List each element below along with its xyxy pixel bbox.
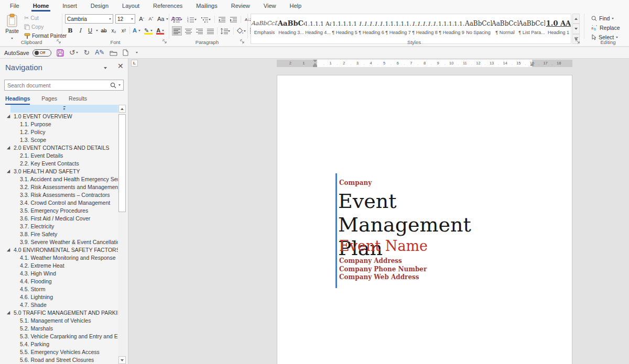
nav-heading-item[interactable]: 3.4. Crowd Control and Management [0,199,118,207]
numbering-button[interactable]: 123 [186,15,198,24]
nav-heading-item[interactable]: 5.3. Vehicle Carparking and Entry and Ex… [0,333,118,340]
replace-button[interactable]: ab Replace [591,24,620,32]
search-icon[interactable] [110,82,116,89]
font-color-button[interactable]: A [155,26,165,35]
bold-button[interactable]: B [66,26,74,35]
undo-button[interactable]: ↺ [69,49,79,56]
nav-heading-item[interactable]: 5.1. Management of Vehicles [0,317,118,325]
styles-dialog-launcher[interactable] [576,39,581,45]
navigation-options-icon[interactable] [104,67,107,69]
ribbon-tab-insert[interactable]: Insert [56,1,84,12]
qat-overflow-icon[interactable] [136,52,138,53]
hanging-indent-marker[interactable] [313,63,317,67]
strikethrough-button[interactable]: ab [100,26,108,35]
nav-heading-item[interactable]: 4.0 ENVIRONMENTAL SAFETY FACTORS [0,246,118,254]
styles-scroll-up-button[interactable] [572,14,580,24]
search-options-icon[interactable] [118,84,121,86]
decrease-indent-button[interactable] [218,15,226,24]
nav-heading-item[interactable]: 4.3. High Wind [0,270,118,278]
shrink-font-button[interactable]: Aˇ [147,14,155,24]
style--list-para-[interactable]: AaBbCcI¶ List Para... [518,14,545,43]
italic-button[interactable]: I [76,26,84,35]
nav-heading-item[interactable]: 4.7. Shade [0,301,118,309]
scroll-down-icon[interactable] [118,356,126,364]
style-emphasis[interactable]: AaBbCcDcEmphasis [251,14,278,43]
highlight-color-button[interactable]: ✎ [143,26,154,35]
undo-dropdown-icon[interactable] [76,52,78,53]
company-contact-block[interactable]: Company AddressCompany Phone NumberCompa… [339,257,427,282]
nav-heading-item[interactable]: 3.2. Risk Assessments and Management [0,183,118,191]
nav-heading-item[interactable]: 1.2. Policy [0,128,118,136]
multilevel-list-button[interactable] [200,15,212,24]
style-heading-4-[interactable]: 1.1.1.1 AaHeading 4... [305,14,331,43]
style-no-spacing[interactable]: AaBbCcDcNo Spacing [465,14,492,43]
nav-heading-item[interactable]: 4.5. Storm [0,285,118,293]
ribbon-tab-review[interactable]: Review [224,1,257,12]
new-document-button[interactable] [123,49,128,56]
font-name-combobox[interactable]: Cambria [65,14,113,24]
editor-pen-button[interactable]: A✎ [95,49,104,56]
nav-heading-item[interactable]: 3.0 HEALTH AND SAFETY [0,168,118,175]
nav-tab-results[interactable]: Results [69,95,87,105]
subscript-button[interactable]: x₂ [110,26,118,35]
style-heading-1[interactable]: 1.0 AAHeading 1 [545,14,571,43]
paragraph-dialog-launcher[interactable] [240,39,245,45]
redo-button[interactable]: ↻ [83,49,90,56]
collapse-triangle-icon[interactable] [7,114,10,117]
nav-heading-item[interactable]: 3.1. Accident and Health Emergency Servi… [0,175,118,183]
styles-scroll-down-button[interactable] [572,24,580,34]
font-dialog-launcher[interactable] [162,39,168,45]
scrollbar-thumb[interactable] [118,114,126,212]
ribbon-tab-layout[interactable]: Layout [115,1,146,12]
underline-dropdown-icon[interactable] [96,30,98,31]
nav-heading-item[interactable]: 3.7. Electricity [0,223,118,230]
ribbon-tab-file[interactable]: File [3,1,26,12]
tab-stop-selector[interactable]: L [131,60,138,67]
nav-heading-item[interactable]: 3.8. Fire Safety [0,230,118,238]
search-box[interactable] [4,80,124,91]
first-line-indent-marker[interactable] [313,60,317,62]
superscript-button[interactable]: x² [120,26,128,35]
copy-button[interactable]: Copy [24,23,67,31]
nav-heading-item[interactable]: 3.6. First Aid / Medical Cover [0,215,118,223]
open-button[interactable] [110,50,117,56]
right-indent-marker[interactable] [530,63,534,66]
justify-button[interactable] [206,26,215,36]
style-heading-3-[interactable]: AaBbCc(Heading 3... [278,14,305,43]
nav-heading-item[interactable]: 5.2. Marshals [0,325,118,333]
find-button[interactable]: Find [591,14,614,23]
style--heading-5[interactable]: 1.1.1.1.1¶ Heading 5 [331,14,358,43]
align-left-button[interactable] [172,26,182,36]
clipboard-dialog-launcher[interactable] [57,39,62,45]
ribbon-tab-mailings[interactable]: Mailings [189,1,224,12]
nav-heading-item[interactable]: 1.3. Scope [0,136,118,144]
nav-heading-item[interactable]: 1.0 EVENT OVERVIEW [0,113,118,120]
nav-heading-item[interactable]: 3.5. Emergency Procedures [0,207,118,215]
nav-tab-pages[interactable]: Pages [41,95,57,105]
ribbon-tab-home[interactable]: Home [26,1,56,12]
increase-indent-button[interactable] [229,15,238,24]
nav-heading-item[interactable]: 5.5. Emergency Vehicles Access [0,348,118,356]
save-button[interactable] [57,49,64,57]
nav-heading-item[interactable]: 4.2. Extreme Heat [0,262,118,270]
grow-font-button[interactable]: Aˆ [137,14,146,24]
collapse-triangle-icon[interactable] [7,169,10,172]
nav-tab-headings[interactable]: Headings [5,95,30,105]
nav-heading-item[interactable]: 4.4. Flooding [0,278,118,285]
nav-heading-item[interactable]: 5.4. Parking [0,340,118,348]
font-size-combobox[interactable]: 12 [115,14,135,24]
ribbon-tab-view[interactable]: View [257,1,283,12]
event-name-subtitle[interactable]: Event Name [339,238,428,254]
autosave-toggle[interactable]: Off [32,49,51,57]
align-right-button[interactable] [195,26,204,36]
nav-heading-item[interactable]: 3.3. Risk Assessments – Contractors [0,191,118,199]
nav-heading-item[interactable]: 5.0 TRAFFIC MANAGEMENT AND PARKING [0,309,118,317]
align-center-button[interactable] [184,26,193,36]
nav-heading-item[interactable]: 1.1. Purpose [0,120,118,128]
ribbon-tab-help[interactable]: Help [283,1,308,12]
collapse-triangle-icon[interactable] [7,248,10,251]
bullets-button[interactable] [172,15,183,24]
navigation-scrollbar[interactable] [118,105,126,364]
nav-heading-item[interactable]: 5.6. Road and Street Closures [0,356,118,364]
text-effects-button[interactable]: A [132,26,142,35]
